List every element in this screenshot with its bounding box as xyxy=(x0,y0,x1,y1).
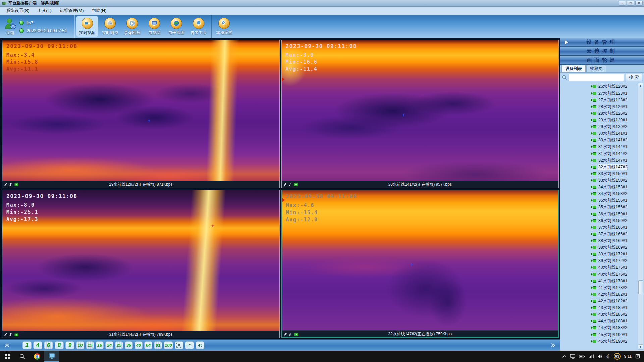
layout-1-button[interactable]: 1 xyxy=(22,341,32,349)
device-item[interactable]: 29水前线129#1 xyxy=(591,117,637,123)
annotate-pencil-icon[interactable] xyxy=(4,333,7,336)
add-window-button[interactable] xyxy=(185,341,194,349)
device-item[interactable]: 26水前线120#2 xyxy=(591,83,637,90)
device-item[interactable]: 32水前线147#2 xyxy=(591,164,637,170)
layout-100-button[interactable]: 100 xyxy=(164,341,173,349)
toolbar-button-live-video[interactable]: 实时视频 xyxy=(76,16,98,37)
snapshot-camera-icon[interactable] xyxy=(294,333,298,336)
layout-16-button[interactable]: 16 xyxy=(96,341,104,349)
collapse-up-icon[interactable] xyxy=(4,343,10,348)
layout-8-button[interactable]: 8 xyxy=(55,341,64,349)
thermal-video-2[interactable]: 2023-09-30 09:11:08 Max:-3.0 Min:-16.6 A… xyxy=(282,40,559,181)
device-item[interactable]: 35水前线156#2 xyxy=(591,204,637,210)
logout-button[interactable]: 注销 xyxy=(6,30,14,36)
layout-64-button[interactable]: 64 xyxy=(144,341,152,349)
tab-device-list[interactable]: 设备列表 xyxy=(561,65,586,72)
device-search-input[interactable] xyxy=(569,74,624,81)
layout-24-button[interactable]: 24 xyxy=(105,341,113,349)
monitor-app-icon[interactable] xyxy=(44,351,59,362)
battery-gauge-badge[interactable]: 63 xyxy=(614,353,621,360)
video-pane-1[interactable]: 2023-09-30 09:11:08 Max:-3.4 Min:-15.8 A… xyxy=(2,40,280,188)
layout-6-button[interactable]: 6 xyxy=(44,341,53,349)
maximize-button[interactable]: □ xyxy=(627,1,634,6)
device-item[interactable]: 31水前线144#2 xyxy=(591,150,637,157)
thermal-video-1[interactable]: 2023-09-30 09:11:08 Max:-3.4 Min:-15.8 A… xyxy=(2,40,279,181)
device-item[interactable]: 34水前线153#2 xyxy=(591,190,637,197)
device-item[interactable]: 28水前线126#2 xyxy=(591,110,637,117)
device-item[interactable]: 29水前线129#2 xyxy=(591,123,637,130)
snapshot-camera-icon[interactable] xyxy=(294,183,298,186)
device-item[interactable]: 41水前线178#2 xyxy=(591,284,637,291)
taskbar-search-icon[interactable] xyxy=(15,351,30,362)
scroll-down-icon[interactable]: ▼ xyxy=(638,344,643,350)
device-item[interactable]: 42水前线182#2 xyxy=(591,298,637,304)
panel-screen-tour[interactable]: 画面轮巡 xyxy=(560,56,644,65)
volume-button[interactable] xyxy=(196,341,204,349)
scroll-up-icon[interactable]: ▲ xyxy=(638,83,643,88)
device-item[interactable]: 37水前线166#1 xyxy=(591,224,637,231)
device-item[interactable]: 43水前线185#2 xyxy=(591,311,637,318)
tray-expand-icon[interactable] xyxy=(562,355,566,358)
annotate-pencil-icon[interactable] xyxy=(284,332,287,336)
layout-25-button[interactable]: 25 xyxy=(115,341,123,349)
audio-note-icon[interactable] xyxy=(289,332,292,336)
panel-device-management[interactable]: 设备管理 xyxy=(560,38,644,47)
device-item[interactable]: 30水前线141#2 xyxy=(591,137,637,143)
taskbar-clock[interactable]: 9:11 xyxy=(624,354,632,359)
device-item[interactable]: 45水前线190#1 xyxy=(591,331,637,338)
close-button[interactable]: × xyxy=(635,1,643,6)
device-item[interactable]: 43水前线185#1 xyxy=(591,304,637,311)
toolbar-button-alarm-center[interactable]: 告警中心 xyxy=(187,15,210,38)
device-item[interactable]: 34水前线153#1 xyxy=(591,184,637,190)
device-item[interactable]: 28水前线126#1 xyxy=(591,103,637,110)
device-item[interactable]: 40水前线175#1 xyxy=(591,264,637,271)
minimize-button[interactable]: – xyxy=(619,1,626,6)
input-language-indicator[interactable]: 英 xyxy=(606,354,610,359)
toolbar-button-playback[interactable]: 录像回放 xyxy=(121,15,143,38)
video-pane-4[interactable]: 2023-09-30 09:11:08 Max:-4.6 Min:-15.4 A… xyxy=(281,190,559,338)
network-icon[interactable] xyxy=(589,354,594,358)
layout-49-button[interactable]: 49 xyxy=(135,341,143,349)
audio-note-icon[interactable] xyxy=(9,333,12,336)
toolbar-button-telemetry[interactable]: 实时测控 xyxy=(99,15,121,38)
device-list-scrollbar[interactable]: ▲ ▼ xyxy=(638,83,643,350)
layout-81-button[interactable]: 81 xyxy=(154,341,162,349)
device-item[interactable]: 40水前线175#2 xyxy=(591,271,637,278)
device-item[interactable]: 37水前线166#2 xyxy=(591,231,637,237)
battery-icon[interactable] xyxy=(579,355,585,358)
layout-36-button[interactable]: 36 xyxy=(125,341,133,349)
device-item[interactable]: 27水前线123#2 xyxy=(591,97,637,103)
tab-favorites[interactable]: 收藏夹 xyxy=(586,65,606,72)
device-item[interactable]: 41水前线178#1 xyxy=(591,278,637,284)
device-item[interactable]: 38水前线169#2 xyxy=(591,244,637,251)
audio-note-icon[interactable] xyxy=(9,183,12,186)
device-item[interactable]: 45水前线190#2 xyxy=(591,338,637,345)
device-item[interactable]: 39水前线172#1 xyxy=(591,251,637,257)
toolbar-button-e-map[interactable]: 电子地图 xyxy=(165,15,187,38)
panel-ptz-control[interactable]: 云镜控制 xyxy=(560,47,644,56)
menu-item[interactable]: 帮助(H) xyxy=(88,7,110,14)
device-item[interactable]: 31水前线144#1 xyxy=(591,143,637,150)
display-icon[interactable] xyxy=(570,354,575,359)
device-item[interactable]: 44水前线188#1 xyxy=(591,318,637,324)
device-item[interactable]: 33水前线150#2 xyxy=(591,177,637,184)
menu-item[interactable]: 运维管理(M) xyxy=(56,7,88,14)
device-item[interactable]: 30水前线141#1 xyxy=(591,130,637,137)
toolbar-button-tv-wall[interactable]: 电视墙 xyxy=(143,15,165,38)
video-pane-2[interactable]: 2023-09-30 09:11:08 Max:-3.0 Min:-16.6 A… xyxy=(281,40,559,188)
toolbar-button-local-settings[interactable]: 本地设置 xyxy=(213,15,235,38)
device-item[interactable]: 27水前线123#1 xyxy=(591,90,637,97)
menu-item[interactable]: 工具(T) xyxy=(33,7,56,14)
search-button[interactable]: 搜索 xyxy=(626,74,642,81)
device-item[interactable]: 38水前线169#1 xyxy=(591,237,637,244)
audio-note-icon[interactable] xyxy=(289,183,292,186)
layout-9-button[interactable]: 9 xyxy=(65,341,74,349)
device-item[interactable]: 44水前线188#2 xyxy=(591,324,637,331)
device-item[interactable]: 42水前线182#1 xyxy=(591,291,637,298)
device-item[interactable]: 33水前线150#1 xyxy=(591,170,637,177)
annotate-pencil-icon[interactable] xyxy=(4,183,7,186)
snapshot-camera-icon[interactable] xyxy=(14,333,18,336)
snapshot-camera-icon[interactable] xyxy=(14,183,18,186)
device-item[interactable]: 32水前线147#1 xyxy=(591,157,637,164)
layout-4-button[interactable]: 4 xyxy=(33,341,42,349)
